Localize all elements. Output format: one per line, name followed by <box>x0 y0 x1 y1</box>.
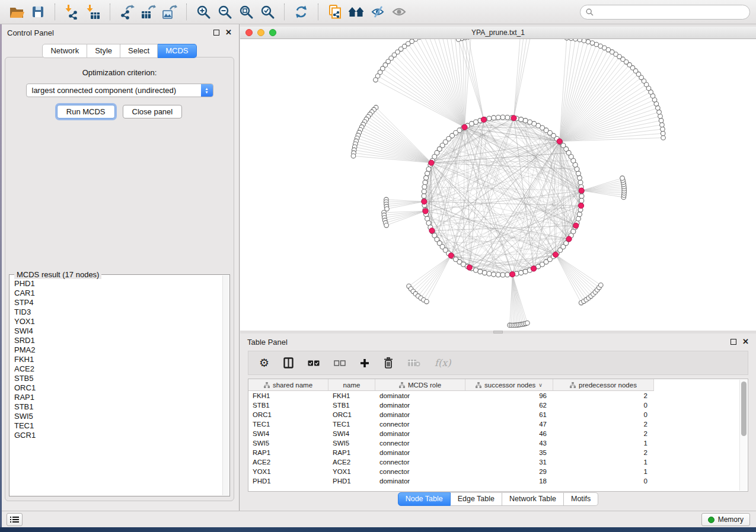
save-icon <box>31 5 45 19</box>
add-column-icon[interactable] <box>360 358 369 368</box>
deselect-all-icon[interactable] <box>334 360 346 366</box>
table-row[interactable]: PHD1PHD1dominator180 <box>248 476 748 486</box>
show-selected-button[interactable] <box>388 2 410 21</box>
table-row[interactable]: TEC1TEC1connector472 <box>248 419 748 429</box>
result-node[interactable]: STP4 <box>14 298 222 307</box>
search-icon <box>586 8 594 16</box>
control-panel: Control Panel ✕ Network Style Select MCD… <box>0 24 240 511</box>
memory-button[interactable]: Memory <box>701 513 750 526</box>
tab-node-table[interactable]: Node Table <box>398 492 451 506</box>
result-scrollbar[interactable] <box>222 275 229 495</box>
result-node[interactable]: TID3 <box>14 307 222 317</box>
refresh-button[interactable] <box>291 2 312 21</box>
export-network-button[interactable] <box>116 2 138 21</box>
search-field[interactable] <box>580 5 750 20</box>
table-scrollbar[interactable] <box>739 380 747 491</box>
zoom-fit-button[interactable] <box>235 2 257 21</box>
float-panel-icon[interactable] <box>213 30 219 36</box>
result-node[interactable]: FKH1 <box>14 355 222 364</box>
mcds-result-box: MCDS result (17 nodes) PHD1 CAR1 STP4 TI… <box>9 274 230 496</box>
tab-motifs[interactable]: Motifs <box>564 492 598 506</box>
network-graph <box>240 39 756 331</box>
table-row[interactable]: SWI4SWI4dominator462 <box>248 429 748 438</box>
close-panel-button[interactable]: Close panel <box>123 105 183 118</box>
task-history-button[interactable] <box>7 513 23 526</box>
table-row[interactable]: ACE2ACE2connector311 <box>248 457 748 467</box>
result-node[interactable]: ACE2 <box>14 364 222 374</box>
result-node[interactable]: SRD1 <box>14 336 222 345</box>
search-input[interactable] <box>596 6 744 18</box>
table-panel-title: Table Panel <box>247 338 288 347</box>
hide-selected-button[interactable] <box>367 2 388 21</box>
result-node[interactable]: SWI4 <box>14 326 222 336</box>
column-header-mcds-role[interactable]: MCDS role <box>375 379 465 390</box>
import-network-button[interactable] <box>61 2 82 21</box>
open-folder-button[interactable] <box>6 2 27 21</box>
table-settings-button[interactable]: ⚙ <box>259 357 269 368</box>
list-icon <box>10 516 19 523</box>
import-table-icon <box>85 4 101 20</box>
delete-table-icon <box>407 359 420 367</box>
columns-icon[interactable] <box>283 357 294 368</box>
column-header-successor-nodes[interactable]: successor nodes ∨ <box>465 379 553 390</box>
table-row[interactable]: SWI5SWI5connector431 <box>248 438 748 448</box>
result-node[interactable]: STB5 <box>14 374 222 383</box>
result-node[interactable]: PHD1 <box>14 279 222 289</box>
zoom-in-button[interactable] <box>193 2 214 21</box>
tab-network-table[interactable]: Network Table <box>502 492 564 506</box>
table-panel: Table Panel ✕ ⚙ f(x) shared name name <box>240 334 756 511</box>
delete-column-icon[interactable] <box>384 357 393 368</box>
zoom-selected-button[interactable] <box>257 2 278 21</box>
table-scrollbar-thumb[interactable] <box>741 382 747 436</box>
optimization-criterion-label: Optimization criterion: <box>5 68 234 77</box>
table-tabs: Node Table Edge Table Network Table Moti… <box>240 492 756 506</box>
network-canvas[interactable] <box>240 39 756 331</box>
clone-network-icon <box>327 4 343 20</box>
tab-style[interactable]: Style <box>87 44 120 58</box>
network-window: YPA_prune.txt_1 <box>240 24 756 334</box>
column-header-predecessor-nodes[interactable]: predecessor nodes <box>553 379 654 390</box>
save-button[interactable] <box>27 2 49 21</box>
tab-edge-table[interactable]: Edge Table <box>451 492 502 506</box>
column-header-shared-name[interactable]: shared name <box>248 379 328 390</box>
table-row[interactable]: ORC1ORC1dominator610 <box>248 410 748 419</box>
control-panel-tabs: Network Style Select MCDS <box>0 44 239 58</box>
main-toolbar <box>0 0 756 24</box>
close-panel-icon[interactable]: ✕ <box>225 30 232 36</box>
import-table-button[interactable] <box>82 2 104 21</box>
result-node[interactable]: ORC1 <box>14 383 222 393</box>
export-image-button[interactable] <box>159 2 180 21</box>
result-node[interactable]: SWI5 <box>14 412 222 421</box>
tab-mcds[interactable]: MCDS <box>158 44 196 58</box>
export-image-icon <box>162 4 177 20</box>
import-network-icon <box>64 4 79 20</box>
result-node[interactable]: RAP1 <box>14 393 222 402</box>
close-panel-icon[interactable]: ✕ <box>742 339 749 345</box>
zoom-out-button[interactable] <box>214 2 235 21</box>
table-row[interactable]: STB1STB1dominator620 <box>248 400 748 410</box>
result-node[interactable]: TEC1 <box>14 421 222 431</box>
zoom-fit-icon <box>239 5 254 20</box>
zoom-out-icon <box>218 5 232 20</box>
table-row[interactable]: RAP1RAP1dominator352 <box>248 448 748 457</box>
toolbar-separator <box>110 4 110 20</box>
result-node[interactable]: GCR1 <box>14 431 222 440</box>
export-table-button[interactable] <box>138 2 159 21</box>
run-mcds-button[interactable]: Run MCDS <box>57 105 115 118</box>
home-view-button[interactable] <box>346 2 367 21</box>
clone-network-button[interactable] <box>324 2 346 21</box>
tab-select[interactable]: Select <box>120 44 158 58</box>
refresh-icon <box>294 4 309 20</box>
column-header-name[interactable]: name <box>328 379 375 390</box>
select-all-icon[interactable] <box>308 360 320 366</box>
result-node[interactable]: STB1 <box>14 402 222 412</box>
result-node[interactable]: CAR1 <box>14 289 222 298</box>
optimization-criterion-select[interactable]: largest connected component (undirected)… <box>26 84 213 97</box>
table-row[interactable]: YOX1YOX1connector291 <box>248 467 748 476</box>
result-node[interactable]: PMA2 <box>14 345 222 355</box>
table-row[interactable]: FKH1FKH1dominator962 <box>248 391 748 400</box>
result-node[interactable]: YOX1 <box>14 317 222 326</box>
float-panel-icon[interactable] <box>731 339 736 345</box>
tab-network[interactable]: Network <box>42 44 87 58</box>
hide-selected-icon <box>370 5 385 19</box>
